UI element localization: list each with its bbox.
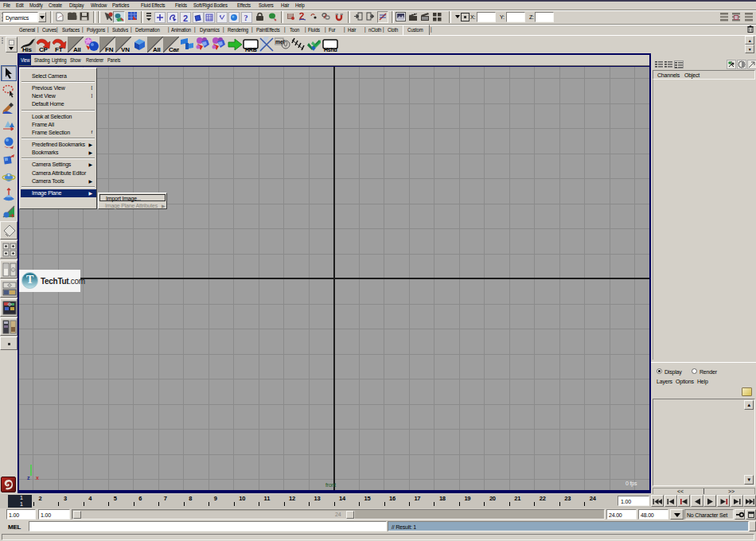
svg-text:FN: FN bbox=[105, 46, 114, 53]
svg-text:VN: VN bbox=[121, 46, 130, 53]
svg-text:FT: FT bbox=[55, 46, 63, 53]
svg-text:?: ? bbox=[244, 14, 248, 22]
svg-text:HRB: HRB bbox=[245, 47, 257, 53]
svg-text:All: All bbox=[153, 46, 161, 53]
svg-text:CP: CP bbox=[39, 46, 49, 53]
svg-text:His: His bbox=[22, 46, 33, 53]
svg-text:2: 2 bbox=[183, 13, 188, 22]
svg-text:Cam: Cam bbox=[169, 46, 179, 53]
svg-text:All: All bbox=[73, 46, 81, 53]
svg-text:Hshd: Hshd bbox=[324, 47, 337, 53]
